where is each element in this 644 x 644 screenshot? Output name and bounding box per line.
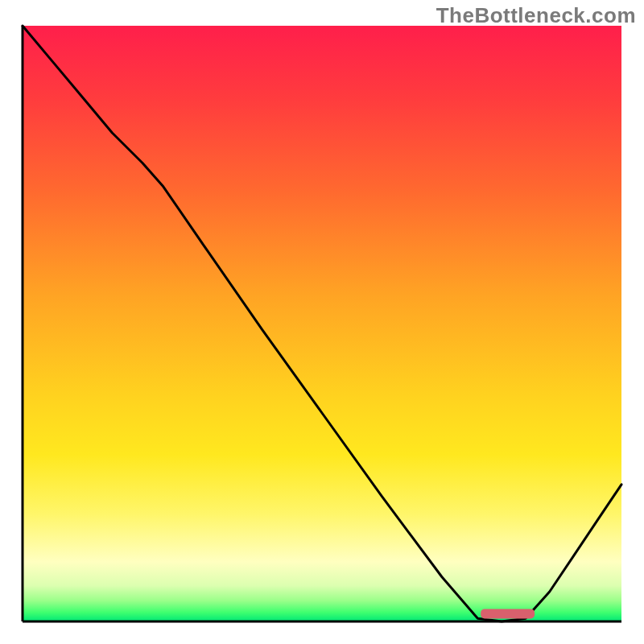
chart-svg	[0, 0, 644, 644]
watermark-text: TheBottleneck.com	[436, 3, 636, 28]
optimal-range-marker	[481, 609, 535, 618]
gradient-background	[23, 26, 621, 621]
bottleneck-chart: TheBottleneck.com	[0, 0, 644, 644]
